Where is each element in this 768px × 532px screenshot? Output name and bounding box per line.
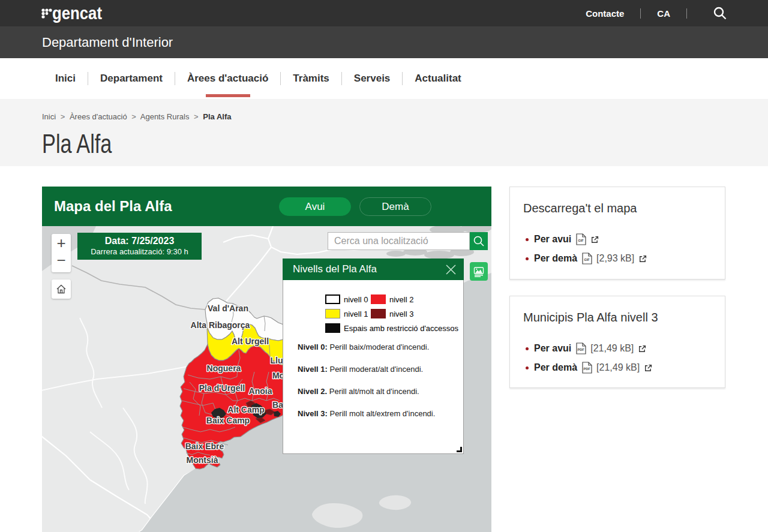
svg-text:GIF: GIF <box>578 239 584 242</box>
svg-text:Llu: Llu <box>271 356 283 365</box>
svg-text:Alta Ribagorça: Alta Ribagorça <box>191 320 250 330</box>
svg-text:Anoia: Anoia <box>249 386 272 396</box>
svg-text:Noguera: Noguera <box>207 363 241 373</box>
svg-text:Baix Ebre: Baix Ebre <box>185 441 224 451</box>
svg-text:Ba: Ba <box>272 400 283 410</box>
svg-text:Alt Camp: Alt Camp <box>227 405 264 414</box>
svg-text:Baix Camp: Baix Camp <box>206 416 250 425</box>
svg-text:Montsià: Montsià <box>187 455 218 465</box>
svg-text:gencat: gencat <box>52 4 102 23</box>
svg-text:Val d'Aran: Val d'Aran <box>208 303 248 313</box>
svg-text:Pla d'Urgell: Pla d'Urgell <box>199 383 245 393</box>
svg-text:Alt Urgell: Alt Urgell <box>232 336 269 346</box>
svg-text:PDF: PDF <box>578 348 585 351</box>
svg-text:PDF: PDF <box>584 367 591 371</box>
svg-text:GIF: GIF <box>584 258 590 262</box>
